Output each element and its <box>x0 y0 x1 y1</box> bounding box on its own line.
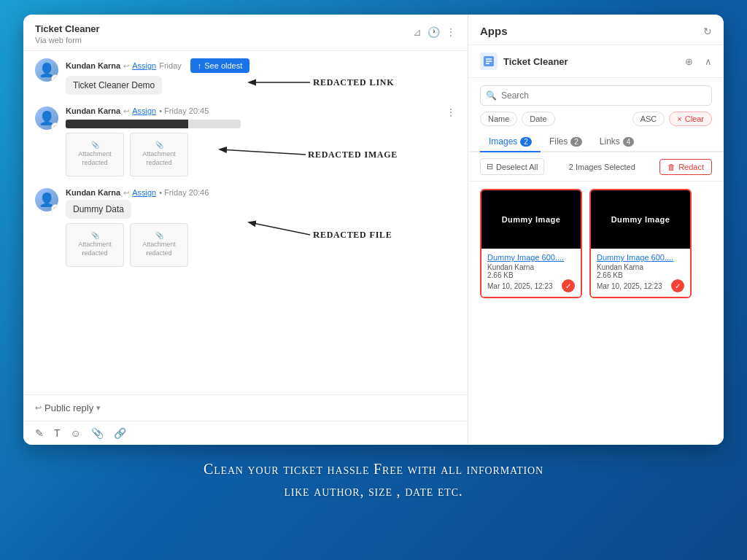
progress-bar <box>66 120 241 128</box>
message-content: Kundan Karna ↩ Assign • Friday 20:46 Dum… <box>66 188 456 267</box>
avatar: 👤 ↺ <box>35 106 58 130</box>
attachments-row: 📎 Attachment redacted 📎 Attachment redac… <box>66 133 456 176</box>
reply-icon: ↩ <box>123 189 129 197</box>
avatar: 👤 ↺ <box>35 188 58 211</box>
image-info: Dummy Image 600.... Kundan Karna 2.66 KB… <box>591 249 690 297</box>
selected-check-badge[interactable]: ✓ <box>562 279 575 292</box>
tc-app-icon <box>480 52 498 70</box>
reply-chevron-icon: ▾ <box>96 403 101 413</box>
redact-button[interactable]: 🗑 Redact <box>659 159 712 175</box>
clock-icon-btn[interactable]: 🕐 <box>427 26 440 38</box>
tab-links[interactable]: Links 4 <box>591 132 643 152</box>
message-text: Ticket Cleaner Demo <box>66 76 162 95</box>
search-icon: 🔍 <box>486 90 497 101</box>
message-toolbar: ✎ T ☺ 📎 🔗 <box>23 421 468 445</box>
message-content: Kundan Karna ↩ Assign • Friday 20:45 📎 A… <box>66 106 456 176</box>
list-item: Dummy Image Dummy Image 600.... Kundan K… <box>480 189 582 298</box>
links-tab-badge: 4 <box>623 137 635 147</box>
images-tab-badge: 2 <box>520 137 532 147</box>
link-icon[interactable]: 🔗 <box>114 427 126 439</box>
search-input[interactable] <box>480 85 712 106</box>
trash-icon: 🗑 <box>667 163 676 171</box>
avatar: 👤 ↺ <box>35 58 58 82</box>
attachment-icon[interactable]: 📎 <box>91 427 104 439</box>
pin-icon[interactable]: ⊕ <box>685 56 693 67</box>
main-card: Ticket Cleaner Via web form ⊿ 🕐 ⋮ 👤 ↺ Ku… <box>23 15 724 445</box>
message-author: Kundan Karna <box>66 188 120 197</box>
assign-link[interactable]: Assign <box>132 61 156 70</box>
list-item: 📎 Attachment redacted <box>66 223 124 267</box>
files-tab-badge: 2 <box>570 137 582 147</box>
list-item: 📎 Attachment redacted <box>130 133 188 176</box>
ticket-header: Ticket Cleaner Via web form ⊿ 🕐 ⋮ <box>23 15 468 51</box>
image-date-row: Mar 10, 2025, 12:23 ✓ <box>487 279 575 292</box>
ticket-title: Ticket Cleaner <box>35 23 456 34</box>
edit-icon[interactable]: ✎ <box>35 427 44 439</box>
image-link[interactable]: Dummy Image 600.... <box>597 253 684 262</box>
image-size: 2.66 KB <box>597 271 684 279</box>
assign-link[interactable]: Assign <box>132 106 156 115</box>
reply-icon: ↩ <box>123 107 129 115</box>
image-author: Kundan Karna <box>487 263 575 271</box>
public-reply-bar: ↩ Public reply ▾ <box>23 394 468 421</box>
clear-x-icon: × <box>677 114 681 123</box>
public-reply-label: Public reply <box>44 402 93 413</box>
assign-link[interactable]: Assign <box>132 188 156 197</box>
message-meta: Kundan Karna ↩ Assign Friday ↑ See oldes… <box>66 58 456 73</box>
apps-title: Apps <box>480 25 508 37</box>
image-link[interactable]: Dummy Image 600.... <box>487 253 575 262</box>
emoji-icon[interactable]: ☺ <box>71 427 81 439</box>
table-row: 👤 ↺ Kundan Karna ↩ Assign • Friday 20:45 <box>35 106 456 176</box>
avatar-badge: ↺ <box>51 74 58 82</box>
collapse-icon[interactable]: ∧ <box>705 56 712 67</box>
apps-header: Apps ↻ <box>468 15 724 45</box>
avatar-badge: ↺ <box>51 122 58 130</box>
image-date: Mar 10, 2025, 12:23 <box>487 282 553 290</box>
avatar-badge: ↺ <box>51 204 58 211</box>
ticket-cleaner-header: Ticket Cleaner ⊕ ∧ <box>468 45 724 78</box>
filter-date-button[interactable]: Date <box>522 112 554 126</box>
message-more-icon[interactable]: ⋮ <box>446 106 456 118</box>
search-bar-wrapper: 🔍 <box>480 85 712 106</box>
selected-check-badge[interactable]: ✓ <box>671 279 684 292</box>
bottom-text-line2: like author, size , date etc. <box>204 480 543 502</box>
progress-bar-fill <box>66 120 188 128</box>
message-time: • Friday 20:45 <box>159 106 209 115</box>
sort-asc-button[interactable]: ASC <box>632 112 665 126</box>
text-icon[interactable]: T <box>54 427 61 439</box>
filter-name-button[interactable]: Name <box>480 112 517 126</box>
tab-images[interactable]: Images 2 <box>480 132 541 152</box>
clear-button[interactable]: × Clear <box>669 112 712 126</box>
message-author: Kundan Karna <box>66 61 120 70</box>
list-item: 📎 Attachment redacted <box>130 223 188 267</box>
tab-files[interactable]: Files 2 <box>541 132 591 152</box>
image-info: Dummy Image 600.... Kundan Karna 2.66 KB… <box>481 249 581 297</box>
public-reply-section[interactable]: ↩ Public reply ▾ <box>35 402 101 413</box>
filter-icon-btn[interactable]: ⊿ <box>413 26 422 38</box>
message-time: • Friday 20:46 <box>159 188 209 197</box>
message-meta: Kundan Karna ↩ Assign • Friday 20:45 <box>66 106 456 115</box>
ticket-header-icons: ⊿ 🕐 ⋮ <box>413 26 456 38</box>
image-date: Mar 10, 2025, 12:23 <box>597 282 662 290</box>
table-row: 👤 ↺ Kundan Karna ↩ Assign • Friday 20:46… <box>35 188 456 267</box>
see-oldest-button[interactable]: ↑ See oldest <box>190 58 249 73</box>
message-meta: Kundan Karna ↩ Assign • Friday 20:46 <box>66 188 456 197</box>
filter-row: Name Date ASC × Clear <box>468 112 724 132</box>
tabs-row: Images 2 Files 2 Links 4 <box>468 132 724 152</box>
messages-area: 👤 ↺ Kundan Karna ↩ Assign Friday ↑ See o… <box>23 51 468 394</box>
image-thumbnail: Dummy Image <box>481 190 581 249</box>
refresh-icon[interactable]: ↻ <box>703 26 712 37</box>
message-content: Kundan Karna ↩ Assign Friday ↑ See oldes… <box>66 58 456 95</box>
ticket-subtitle: Via web form <box>35 36 456 44</box>
filter-row-right: ASC × Clear <box>632 112 712 126</box>
more-icon-btn[interactable]: ⋮ <box>446 26 456 38</box>
list-item: Dummy Image Dummy Image 600.... Kundan K… <box>589 189 692 298</box>
deselect-all-button[interactable]: ⊟ Deselect All <box>480 158 544 175</box>
image-size: 2.66 KB <box>487 271 575 279</box>
bottom-text-line1: Clean your ticket hassle Free with all i… <box>204 458 543 480</box>
tc-app-title: Ticket Cleaner <box>503 56 679 67</box>
see-oldest-arrow: ↑ <box>198 61 202 70</box>
reply-icon: ↩ <box>123 62 129 70</box>
image-author: Kundan Karna <box>597 263 684 271</box>
right-panel: Apps ↻ Ticket Cleaner ⊕ ∧ 🔍 Name Date <box>468 15 724 445</box>
